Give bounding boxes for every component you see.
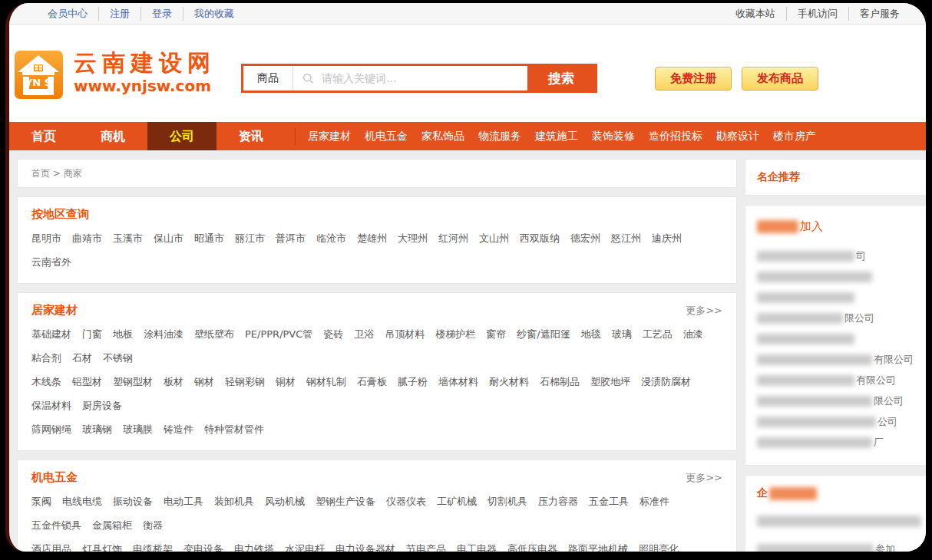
region-link[interactable]: 昆明市 xyxy=(31,226,61,250)
free-register-button[interactable]: 免费注册 xyxy=(655,67,732,91)
category-link[interactable]: 轻钢彩钢 xyxy=(225,370,265,394)
category-link[interactable]: 金属箱柜 xyxy=(92,513,132,537)
company-list-item[interactable]: 有限公司 xyxy=(757,349,926,370)
category-link[interactable]: 耐火材料 xyxy=(489,370,529,394)
category-link[interactable]: 楼梯护栏 xyxy=(435,322,475,346)
region-link[interactable]: 云南省外 xyxy=(31,250,71,274)
region-link[interactable]: 大理州 xyxy=(398,226,428,250)
category-link[interactable]: 振动设备 xyxy=(113,489,153,513)
search-category-select[interactable]: 商品 xyxy=(243,66,293,91)
topbar-link[interactable]: 收藏本站 xyxy=(725,7,786,21)
category-link[interactable]: 水泥电杆 xyxy=(285,537,325,552)
category-link[interactable]: 铸造件 xyxy=(164,417,193,441)
tab-business[interactable]: 商机 xyxy=(78,122,147,150)
category-link[interactable]: 钢材轧制 xyxy=(306,370,346,394)
nav-category-link[interactable]: 建筑施工 xyxy=(535,130,578,143)
category-link[interactable]: 节电产品 xyxy=(406,537,446,552)
category-link[interactable]: 石棉制品 xyxy=(540,370,580,394)
category-link[interactable]: 塑胶地坪 xyxy=(590,370,630,394)
company-list-item[interactable] xyxy=(757,287,926,308)
category-link[interactable]: 电线电缆 xyxy=(62,489,102,513)
category-link[interactable]: 电动工具 xyxy=(164,489,203,513)
nav-category-link[interactable]: 机电五金 xyxy=(365,130,408,143)
category-link[interactable]: 油漆 xyxy=(683,322,703,346)
category-link[interactable]: 工艺品 xyxy=(643,322,673,346)
category-link[interactable]: 电缆桥架 xyxy=(133,537,173,552)
category-link[interactable]: 不锈钢 xyxy=(103,346,133,370)
category-link[interactable]: 基础建材 xyxy=(31,322,71,346)
category-link[interactable]: 塑钢型材 xyxy=(113,370,153,394)
region-link[interactable]: 保山市 xyxy=(154,226,183,250)
category-link[interactable]: 灯具灯饰 xyxy=(82,537,122,552)
topbar-link[interactable]: 登录 xyxy=(140,7,183,21)
region-link[interactable]: 楚雄州 xyxy=(357,226,387,250)
region-link[interactable]: 普洱市 xyxy=(276,226,306,250)
category-link[interactable]: 石膏板 xyxy=(357,370,387,394)
category-link[interactable]: 工矿机械 xyxy=(437,489,477,513)
category-link[interactable]: 门窗 xyxy=(82,322,102,346)
company-list-item[interactable] xyxy=(757,266,926,287)
category-link[interactable]: 保温材料 xyxy=(31,394,71,417)
topbar-link[interactable]: 客户服务 xyxy=(848,7,911,21)
category-link[interactable]: 玻璃 xyxy=(612,322,632,346)
category-link[interactable]: 铝型材 xyxy=(72,370,102,394)
category-link[interactable]: 特种管材管件 xyxy=(204,417,264,441)
category-link[interactable]: 路面平地机械 xyxy=(568,537,628,552)
nav-category-link[interactable]: 造价招投标 xyxy=(649,130,702,143)
region-link[interactable]: 迪庆州 xyxy=(652,226,682,250)
category-link[interactable]: 玻璃钢 xyxy=(82,417,112,441)
category-link[interactable]: 五金工具 xyxy=(589,489,629,513)
category-link[interactable]: 粘合剂 xyxy=(31,346,61,370)
region-link[interactable]: 昭通市 xyxy=(194,226,224,250)
more-link[interactable]: 更多>> xyxy=(686,471,722,485)
topbar-link[interactable]: 注册 xyxy=(98,7,140,21)
category-link[interactable]: 腻子粉 xyxy=(398,370,428,394)
category-link[interactable]: 壁纸壁布 xyxy=(194,322,234,346)
category-link[interactable]: 玻璃膜 xyxy=(123,417,153,441)
company-list-item[interactable]: 限公司 xyxy=(757,390,926,411)
region-link[interactable]: 文山州 xyxy=(479,226,509,250)
category-link[interactable]: 卫浴 xyxy=(354,322,374,346)
category-link[interactable]: PE/PPR/PVC管 xyxy=(245,322,312,346)
category-link[interactable]: 装卸机具 xyxy=(214,489,254,513)
category-link[interactable]: 铜材 xyxy=(276,370,296,394)
category-link[interactable]: 压力容器 xyxy=(538,489,578,513)
enterprise-line[interactable] xyxy=(757,516,926,527)
region-link[interactable]: 玉溪市 xyxy=(113,226,143,250)
category-link[interactable]: 电力铁塔 xyxy=(234,537,274,552)
region-link[interactable]: 曲靖市 xyxy=(72,226,102,250)
company-list-item[interactable]: 有限公司 xyxy=(757,370,926,390)
nav-category-link[interactable]: 家私饰品 xyxy=(421,130,464,143)
company-list-item[interactable]: 厂 xyxy=(757,432,926,453)
nav-category-link[interactable]: 装饰装修 xyxy=(592,130,635,143)
region-link[interactable]: 红河州 xyxy=(438,226,468,250)
region-link[interactable]: 丽江市 xyxy=(235,226,265,250)
category-link[interactable]: 墙体材料 xyxy=(438,370,478,394)
enterprise-line[interactable]: 参加 xyxy=(757,542,926,552)
category-link[interactable]: 吊顶材料 xyxy=(385,322,425,346)
category-link[interactable]: 切割机具 xyxy=(487,489,527,513)
category-link[interactable]: 钢材 xyxy=(194,370,214,394)
topbar-link[interactable]: 手机访问 xyxy=(786,7,848,21)
company-list-item[interactable]: 司 xyxy=(757,245,926,266)
category-link[interactable]: 五金件锁具 xyxy=(31,513,81,537)
tab-home[interactable]: 首页 xyxy=(9,122,78,150)
nav-category-link[interactable]: 楼市房产 xyxy=(773,130,816,143)
category-link[interactable]: 窗帘 xyxy=(486,322,506,346)
category-link[interactable]: 纱窗/遮阳篷 xyxy=(517,322,570,346)
category-link[interactable]: 板材 xyxy=(164,370,183,394)
category-link[interactable]: 衡器 xyxy=(143,513,163,537)
category-link[interactable]: 筛网钢绳 xyxy=(31,417,71,441)
search-button[interactable]: 搜索 xyxy=(527,66,595,91)
site-logo[interactable]: YN S xyxy=(13,49,64,100)
category-link[interactable]: 标准件 xyxy=(640,489,669,513)
search-input[interactable] xyxy=(320,71,527,85)
tab-news[interactable]: 资讯 xyxy=(216,122,286,150)
category-link[interactable]: 地毯 xyxy=(581,322,601,346)
company-list-item[interactable] xyxy=(757,328,926,349)
nav-category-link[interactable]: 物流服务 xyxy=(478,130,521,143)
category-link[interactable]: 塑钢生产设备 xyxy=(316,489,375,513)
category-link[interactable]: 木线条 xyxy=(31,370,61,394)
category-link[interactable]: 风动机械 xyxy=(265,489,305,513)
category-link[interactable]: 酒店用品 xyxy=(31,537,71,552)
